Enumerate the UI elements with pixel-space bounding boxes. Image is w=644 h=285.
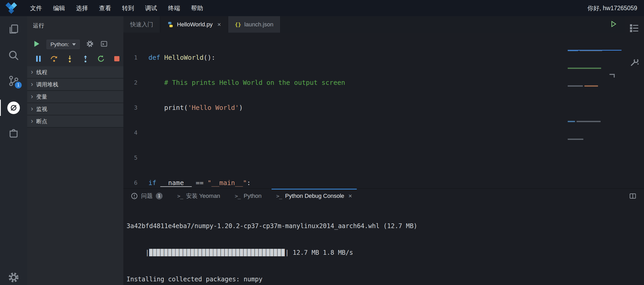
json-file-icon: {} [235,21,241,28]
section-variables[interactable]: › 变量 [27,91,123,103]
pause-button[interactable] [34,54,43,64]
app-logo-icon [5,2,18,14]
section-label: 断点 [36,118,47,125]
debug-toolbar [34,54,121,64]
menu-view[interactable]: 查看 [94,0,117,16]
tab-label: 问题 [141,192,153,200]
section-breakpoints[interactable]: › 断点 [27,115,123,128]
code-line: 3 print('Hello World') [123,103,625,112]
tab-install-yeoman[interactable]: >_ 安装 Yeoman [177,189,220,203]
menu-selection[interactable]: 选择 [71,0,94,16]
section-label: 变量 [36,93,47,100]
menu-debug[interactable]: 调试 [140,0,163,16]
editor-tab-bar: 快速入门 HelloWorld.py × {} launch.json [123,16,625,33]
code-editor[interactable]: 1def HelloWorld(): 2 # This prints Hello… [123,33,625,188]
open-debug-console-icon[interactable] [100,40,108,49]
activity-bar: 1 [0,16,27,285]
tab-label: 快速入门 [130,21,153,28]
code-text: == [192,179,208,187]
outline-list-icon[interactable] [629,23,640,33]
terminal-icon: >_ [276,193,282,199]
code-text: (): [204,54,215,61]
tab-getting-started[interactable]: 快速入门 [123,16,160,33]
menu-edit[interactable]: 编辑 [48,0,71,16]
menu-help[interactable]: 帮助 [186,0,209,16]
debug-sections: › 线程 › 调用堆栈 › 变量 › 监视 › 断点 [27,66,123,128]
run-controls: Python: [32,39,108,50]
stop-button[interactable] [112,54,121,64]
restart-button[interactable] [97,54,106,64]
chevron-right-icon: › [31,117,33,124]
configure-gear-icon[interactable] [86,40,94,49]
section-label: 线程 [36,69,47,76]
line-number-gutter[interactable]: 1 [123,54,148,61]
terminal-icon: >_ [177,193,183,199]
step-over-button[interactable] [50,54,59,64]
tab-label: Python [244,193,262,199]
progress-bar: ▉▉▉▉▉▉▉▉▉▉▉▉▉▉▉▉▉▉▉▉▉▉▉▉▉▉▉▉▉▉▉▉▉▉▉▉ [149,249,285,256]
terminal-line: Installing collected packages: numpy [126,275,644,284]
code-string: "__main__" [208,179,247,187]
chevron-right-icon: › [31,68,33,75]
line-number-gutter[interactable]: 2 [123,79,148,86]
debug-config-label: Python: [50,41,69,48]
debug-console-output[interactable]: 3a42bfd4811e4eba7/numpy-1.20.2-cp37-cp37… [123,203,644,285]
overview-ruler-decoration [610,74,615,78]
line-number-gutter[interactable]: 4 [123,129,148,136]
tab-problems[interactable]: 问题 1 [131,189,163,203]
step-out-button[interactable] [81,54,90,64]
tab-python-terminal[interactable]: >_ Python [235,189,262,203]
menubar: 文件 编辑 选择 查看 转到 调试 终端 帮助 你好, hw17265059 [0,0,644,16]
tab-python-debug-console[interactable]: >_ Python Debug Console × [276,189,352,203]
menu-items: 文件 编辑 选择 查看 转到 调试 终端 帮助 [25,0,209,16]
menu-file[interactable]: 文件 [25,0,48,16]
tab-helloworld-py[interactable]: HelloWorld.py × [160,16,228,33]
line-number-gutter[interactable]: 3 [123,104,148,111]
section-call-stack[interactable]: › 调用堆栈 [27,79,123,91]
code-comment: # This prints Hello World on the output … [148,79,345,86]
close-icon[interactable]: × [348,192,352,200]
code-keyword: if [148,179,160,187]
chevron-right-icon: › [31,81,33,87]
section-threads[interactable]: › 线程 [27,66,123,79]
split-panel-icon[interactable] [629,192,637,200]
run-debug-icon[interactable] [7,102,20,114]
source-control-icon[interactable]: 1 [8,75,20,87]
code-line: 5 [123,153,625,163]
section-watch[interactable]: › 监视 [27,103,123,115]
tab-label: 安装 Yeoman [186,192,220,200]
close-icon[interactable]: × [217,21,221,28]
terminal-line: |▉▉▉▉▉▉▉▉▉▉▉▉▉▉▉▉▉▉▉▉▉▉▉▉▉▉▉▉▉▉▉▉▉▉▉▉| 1… [126,248,644,257]
user-greeting: 你好, hw17265059 [587,4,637,12]
code-function-name: HelloWorld [164,54,204,61]
run-file-button[interactable] [610,20,617,29]
scm-badge: 1 [15,82,22,88]
settings-gear-icon[interactable] [8,271,20,283]
start-debug-button[interactable] [32,40,40,49]
search-icon[interactable] [8,49,20,61]
extensions-icon[interactable] [8,127,20,139]
menu-goto[interactable]: 转到 [117,0,140,16]
minimap-slider[interactable] [568,50,622,51]
run-sidebar: 运行 Python: [27,16,123,285]
menu-terminal[interactable]: 终端 [163,0,186,16]
explorer-icon[interactable] [8,23,20,35]
line-number-gutter[interactable]: 6 [123,180,148,186]
chevron-down-icon [72,43,76,46]
problems-badge: 1 [156,193,163,199]
problems-icon [131,192,138,200]
code-text: : [247,179,251,187]
toolkit-wrench-icon[interactable] [629,57,640,68]
minimap[interactable] [568,35,622,57]
line-number-gutter[interactable]: 5 [123,155,148,161]
panel-tab-bar: 问题 1 >_ 安装 Yeoman >_ Python >_ Python De… [123,189,644,203]
step-into-button[interactable] [65,54,74,64]
code-text: print( [148,104,188,111]
code-string: 'Hello World' [188,104,239,111]
terminal-icon: >_ [235,193,240,199]
section-label: 监视 [36,105,47,113]
tab-label: HelloWorld.py [177,21,213,28]
python-file-icon [167,21,174,28]
debug-config-dropdown[interactable]: Python: [47,40,80,49]
tab-launch-json[interactable]: {} launch.json [228,16,280,33]
